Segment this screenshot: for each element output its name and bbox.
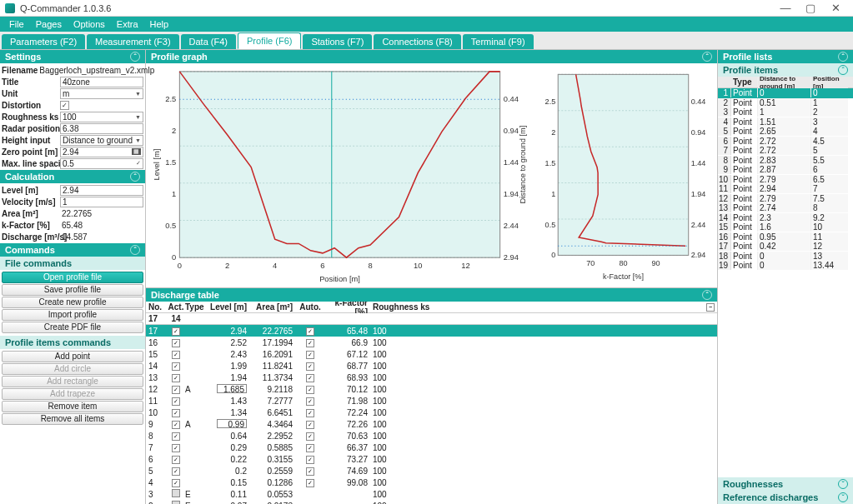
checkbox[interactable]: ✓ (172, 421, 180, 429)
title-input[interactable]: 40zone (60, 77, 143, 87)
commands-header[interactable]: Commands ˆ (0, 243, 145, 257)
discharge-row[interactable]: 10✓1.346.6451✓72.24100 (146, 407, 717, 418)
create-pdf-button[interactable]: Create PDF file (2, 322, 143, 333)
import-profile-button[interactable]: Import profile (2, 309, 143, 321)
level-input[interactable]: 2.94 (60, 185, 143, 196)
discharge-row[interactable]: 8✓0.642.2952✓70.63100 (146, 430, 717, 442)
zero-input[interactable]: 2.94▦ (60, 147, 143, 157)
level-cell-input[interactable]: 0.99 (217, 419, 247, 428)
profile-item-row[interactable]: 15Point1.610 (718, 222, 853, 232)
menu-options[interactable]: Options (68, 19, 111, 29)
collapse-icon[interactable]: ˆ (838, 52, 848, 62)
discharge-row[interactable]: 5✓0.20.2559✓74.69100 (146, 465, 717, 477)
expand-icon[interactable]: ˇ (838, 492, 848, 502)
profile-item-row[interactable]: 12Point2.797.5 (718, 194, 853, 204)
profile-item-row[interactable]: 6Point2.724.5 (718, 137, 853, 147)
checkbox[interactable]: ✓ (306, 479, 314, 487)
checkbox[interactable]: ✓ (172, 374, 180, 382)
checkbox[interactable]: ✓ (306, 409, 314, 417)
profile-item-row[interactable]: 14Point2.39.2 (718, 213, 853, 223)
discharge-row[interactable]: 17✓2.9422.2765✓65.48100 (146, 325, 717, 337)
profile-item-row[interactable]: 2Point0.511 (718, 98, 853, 108)
collapse-icon[interactable]: ˆ (130, 52, 140, 62)
tab-connections-f8-[interactable]: Connections (F8) (374, 34, 460, 49)
checkbox[interactable]: ✓ (306, 444, 314, 452)
menu-file[interactable]: File (3, 19, 30, 29)
profile-item-row[interactable]: 5Point2.654 (718, 127, 853, 137)
roughnesses-header[interactable]: Roughnesses ˇ (718, 477, 853, 491)
collapse-icon[interactable]: ˆ (838, 65, 848, 75)
collapse-icon[interactable]: ˆ (702, 52, 712, 62)
profile-item-row[interactable]: 4Point1.513 (718, 117, 853, 127)
discharge-row[interactable]: 14✓1.9911.8241✓68.77100 (146, 360, 717, 372)
roughness-select[interactable]: 100▼ (60, 112, 143, 122)
collapse-icon[interactable]: ˆ (130, 245, 140, 255)
collapse-icon[interactable]: ˆ (702, 290, 712, 300)
checkbox[interactable]: ✓ (306, 351, 314, 359)
menu-extra[interactable]: Extra (111, 19, 144, 29)
discharge-row[interactable]: 4✓0.150.1286✓99.08100 (146, 477, 717, 488)
profile-item-row[interactable]: 8Point2.835.5 (718, 156, 853, 166)
close-button[interactable]: ✕ (823, 2, 848, 14)
maximize-button[interactable]: ▢ (798, 2, 823, 14)
checkbox[interactable]: ✓ (306, 467, 314, 476)
save-profile-button[interactable]: Save profile file (2, 284, 143, 296)
settings-header[interactable]: Settings ˆ (0, 50, 145, 63)
height-input-select[interactable]: Distance to ground▼ (60, 135, 143, 146)
checkbox[interactable]: ✓ (306, 456, 314, 464)
apply-icon[interactable]: ✓ (136, 160, 141, 167)
expand-icon[interactable]: ˇ (838, 479, 848, 489)
checkbox[interactable]: ✓ (306, 339, 314, 347)
add-trapeze-button[interactable]: Add trapeze (2, 388, 143, 400)
profile-item-row[interactable]: 10Point2.796.5 (718, 175, 853, 185)
discharge-table-header[interactable]: Discharge table ˆ (146, 288, 717, 302)
profile-item-row[interactable]: 3Point12 (718, 107, 853, 117)
profile-item-row[interactable]: 17Point0.4212 (718, 242, 853, 252)
profile-chart[interactable]: 00.511.522.5 Level [m] 0.440.941.441.942… (146, 63, 534, 287)
discharge-row[interactable]: 7✓0.290.5885✓66.37100 (146, 442, 717, 453)
remove-all-button[interactable]: Remove all items (2, 413, 143, 425)
tab-terminal-f9-[interactable]: Terminal (F9) (463, 34, 534, 49)
checkbox[interactable]: ✓ (172, 432, 180, 441)
tab-measurement-f3-[interactable]: Measurement (F3) (87, 34, 178, 49)
checkbox[interactable]: ✓ (306, 397, 314, 406)
profile-item-row[interactable]: 11Point2.947 (718, 184, 853, 194)
checkbox[interactable]: ✓ (306, 421, 314, 429)
minus-icon[interactable]: − (706, 303, 715, 312)
profile-graph-header[interactable]: Profile graph ˆ (146, 50, 717, 63)
tab-parameters-f2-[interactable]: Parameters (F2) (2, 34, 85, 49)
calculation-header[interactable]: Calculation ˆ (0, 170, 145, 183)
reference-discharges-header[interactable]: Reference discharges ˇ (718, 491, 853, 504)
max-spacing-input[interactable]: 0.5✓ (60, 158, 143, 169)
checkbox[interactable]: ✓ (172, 409, 180, 417)
kfactor-chart[interactable]: 00.511.522.5 0.440.941.441.942.442.94 70… (534, 63, 717, 287)
tab-data-f4-[interactable]: Data (F4) (181, 34, 236, 49)
checkbox[interactable]: ✓ (172, 386, 180, 394)
discharge-row[interactable]: 2E0.070.0173100 (146, 500, 717, 504)
radar-input[interactable]: 6.38 (60, 123, 143, 134)
velocity-input[interactable]: 1 (60, 197, 143, 207)
discharge-row[interactable]: 3E0.110.0553100 (146, 488, 717, 500)
minimize-button[interactable]: — (773, 2, 798, 14)
checkbox[interactable]: ✓ (172, 339, 180, 347)
add-circle-button[interactable]: Add circle (2, 363, 143, 375)
checkbox[interactable]: ✓ (172, 397, 180, 406)
add-rectangle-button[interactable]: Add rectangle (2, 376, 143, 387)
add-point-button[interactable]: Add point (2, 351, 143, 362)
tab-stations-f7-[interactable]: Stations (F7) (303, 34, 372, 49)
distortion-checkbox[interactable]: ✓ (60, 101, 69, 110)
discharge-row[interactable]: 16✓2.5217.1994✓66.9100 (146, 337, 717, 348)
profile-item-row[interactable]: 9Point2.876 (718, 165, 853, 175)
profile-item-row[interactable]: 16Point0.9511 (718, 232, 853, 242)
remove-item-button[interactable]: Remove item (2, 401, 143, 412)
tab-profile-f6-[interactable]: Profile (F6) (238, 32, 301, 49)
discharge-row[interactable]: 6✓0.220.3155✓73.27100 (146, 453, 717, 465)
checkbox[interactable]: ✓ (306, 327, 314, 336)
checkbox[interactable]: ✓ (306, 432, 314, 441)
checkbox[interactable]: ✓ (172, 327, 180, 336)
checkbox[interactable]: ✓ (306, 374, 314, 382)
checkbox[interactable]: ✓ (172, 362, 180, 371)
calendar-icon[interactable]: ▦ (132, 148, 141, 155)
menu-help[interactable]: Help (144, 19, 175, 29)
discharge-row[interactable]: 12✓A1.6859.2118✓70.12100 (146, 383, 717, 395)
